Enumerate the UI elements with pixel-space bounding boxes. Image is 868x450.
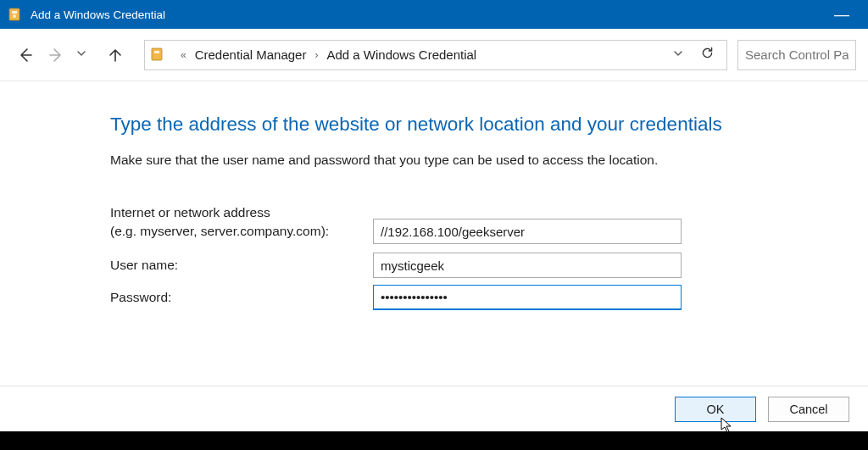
page-subtext: Make sure that the user name and passwor… [110, 153, 868, 168]
ok-button[interactable]: OK [675, 397, 756, 422]
svg-rect-3 [152, 48, 162, 60]
username-row: User name: [110, 253, 868, 278]
svg-rect-4 [154, 51, 159, 53]
bottom-strip [0, 431, 868, 450]
content-area: Type the address of the website or netwo… [0, 81, 868, 310]
credential-manager-icon [7, 7, 22, 22]
password-row: Password: [110, 285, 868, 310]
recent-locations-dropdown[interactable] [73, 48, 90, 61]
up-button[interactable] [102, 40, 129, 70]
search-box[interactable] [737, 40, 856, 70]
search-input[interactable] [745, 47, 849, 62]
password-input[interactable] [373, 285, 682, 310]
window-title: Add a Windows Credential [31, 8, 826, 21]
address-label: Internet or network address (e.g. myserv… [110, 203, 373, 241]
bottom-bar: OK Cancel [0, 386, 868, 431]
back-button[interactable] [12, 40, 39, 70]
username-label: User name: [110, 256, 373, 275]
address-bar[interactable]: « Credential Manager › Add a Windows Cre… [144, 40, 727, 70]
address-history-dropdown[interactable] [663, 48, 693, 61]
toolbar: « Credential Manager › Add a Windows Cre… [0, 29, 868, 81]
breadcrumb-separator: › [314, 49, 318, 61]
cancel-button[interactable]: Cancel [768, 397, 849, 422]
forward-button[interactable] [42, 40, 70, 70]
refresh-icon [700, 46, 715, 60]
page-heading: Type the address of the website or netwo… [110, 114, 868, 136]
svg-point-2 [13, 14, 16, 18]
address-label-line2: (e.g. myserver, server.company.com): [110, 222, 373, 241]
titlebar: Add a Windows Credential — [0, 0, 868, 29]
arrow-up-icon [107, 47, 124, 64]
arrow-right-icon [47, 47, 64, 64]
breadcrumb-overflow[interactable]: « [181, 49, 186, 61]
breadcrumb-add-credential[interactable]: Add a Windows Credential [326, 47, 476, 62]
arrow-left-icon [17, 47, 34, 64]
username-input[interactable] [373, 253, 682, 278]
address-row: Internet or network address (e.g. myserv… [110, 203, 868, 244]
address-label-line1: Internet or network address [110, 203, 373, 222]
password-label: Password: [110, 288, 373, 307]
refresh-button[interactable] [693, 46, 721, 64]
breadcrumb-credential-manager[interactable]: Credential Manager [195, 47, 307, 62]
minimize-button[interactable]: — [826, 6, 858, 24]
address-input[interactable] [373, 219, 682, 244]
location-icon [150, 47, 165, 63]
chevron-down-icon [673, 48, 683, 58]
chevron-down-icon [76, 48, 86, 58]
svg-rect-1 [12, 11, 17, 14]
